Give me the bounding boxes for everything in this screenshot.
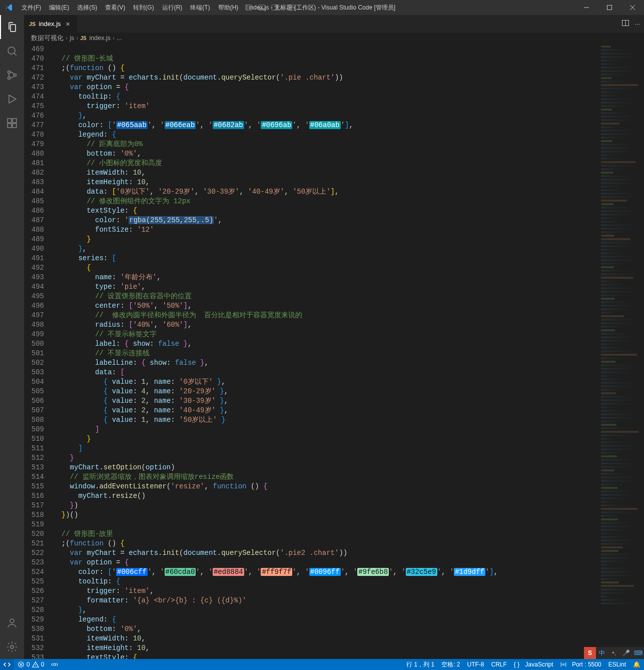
activity-search-icon[interactable] — [0, 39, 24, 63]
svg-rect-9 — [607, 6, 612, 10]
svg-point-11 — [8, 71, 11, 74]
svg-rect-6 — [289, 5, 292, 7]
menu-edit[interactable]: 编辑(E) — [45, 0, 73, 15]
activity-extensions-icon[interactable] — [0, 111, 24, 135]
editor-group: JS index.js × ··· 数据可视化 › js › JS index.… — [24, 15, 644, 659]
line-number-gutter: 469 470 471 472 473 474 475 476 477 478 … — [24, 44, 53, 659]
code-content[interactable]: // 饼形图-长城 ;(function () { var myChart = … — [53, 44, 598, 659]
ime-voice-icon[interactable]: 🎤 — [620, 647, 632, 659]
svg-point-10 — [8, 47, 15, 54]
status-line-col[interactable]: 行 1，列 1 — [403, 659, 438, 670]
title-bar: 文件(F) 编辑(E) 选择(S) 查看(V) 转到(G) 运行(R) 终端(T… — [0, 0, 644, 15]
chevron-right-icon: › — [113, 35, 115, 42]
toggle-panel-right-icon[interactable] — [268, 0, 281, 15]
ime-toolbar: S 中 •, 🎤 ⌨ — [584, 647, 644, 659]
svg-rect-14 — [8, 119, 12, 123]
customize-layout-icon[interactable] — [286, 0, 299, 15]
chevron-right-icon: › — [76, 35, 78, 42]
svg-rect-1 — [246, 5, 248, 11]
menu-help[interactable]: 帮助(H) — [214, 0, 243, 15]
status-problems[interactable]: 0 0 — [14, 659, 48, 670]
svg-rect-16 — [13, 124, 17, 128]
code-editor[interactable]: 469 470 471 472 473 474 475 476 477 478 … — [24, 44, 644, 659]
window-controls — [575, 0, 644, 15]
vscode-logo-icon — [0, 4, 18, 12]
breadcrumb-item[interactable]: js — [70, 35, 74, 42]
activity-account-icon[interactable] — [0, 611, 24, 635]
menu-bar: 文件(F) 编辑(E) 选择(S) 查看(V) 转到(G) 运行(R) 终端(T… — [18, 0, 242, 15]
menu-select[interactable]: 选择(S) — [73, 0, 101, 15]
svg-point-13 — [14, 74, 17, 77]
minimap[interactable] — [598, 44, 644, 659]
svg-point-22 — [54, 663, 56, 665]
layout-controls — [242, 0, 301, 15]
js-file-icon: JS — [29, 21, 36, 27]
ime-punctuation-icon[interactable]: •, — [608, 647, 620, 659]
menu-terminal[interactable]: 终端(T) — [186, 0, 214, 15]
tab-close-icon[interactable]: × — [64, 20, 72, 28]
svg-point-23 — [562, 664, 564, 665]
svg-rect-3 — [259, 8, 265, 10]
chevron-right-icon: › — [66, 35, 68, 42]
ime-logo-icon[interactable]: S — [584, 647, 596, 659]
status-port-forward-icon[interactable] — [48, 659, 62, 670]
more-actions-icon[interactable]: ··· — [634, 20, 640, 28]
split-editor-icon[interactable] — [621, 19, 629, 29]
svg-rect-15 — [8, 124, 12, 128]
close-button[interactable] — [621, 0, 644, 15]
editor-tabs: JS index.js × ··· — [24, 15, 644, 33]
tab-label: index.js — [39, 20, 61, 28]
status-encoding[interactable]: UTF-8 — [464, 659, 488, 670]
status-live-server[interactable]: Port : 5500 — [557, 659, 605, 670]
status-eol[interactable]: CRLF — [488, 659, 510, 670]
js-file-icon: JS — [80, 36, 86, 41]
breadcrumbs[interactable]: 数据可视化 › js › JS index.js › ... — [24, 33, 644, 44]
status-eslint[interactable]: ESLint — [605, 659, 629, 670]
status-indent[interactable]: 空格: 2 — [438, 659, 463, 670]
status-language[interactable]: { } JavaScript — [510, 659, 557, 670]
menu-run[interactable]: 运行(R) — [158, 0, 187, 15]
svg-rect-7 — [293, 5, 295, 7]
svg-point-12 — [8, 77, 11, 80]
breadcrumb-item[interactable]: ... — [117, 35, 122, 42]
toggle-panel-left-icon[interactable] — [242, 0, 255, 15]
ime-keyboard-icon[interactable]: ⌨ — [632, 647, 644, 659]
svg-rect-8 — [289, 8, 295, 10]
breadcrumb-item[interactable]: 数据可视化 — [31, 34, 64, 43]
activity-bar — [0, 15, 24, 659]
svg-rect-17 — [13, 119, 17, 123]
breadcrumb-item[interactable]: index.js — [90, 35, 111, 42]
maximize-button[interactable] — [598, 0, 621, 15]
tab-index-js[interactable]: JS index.js × — [24, 15, 78, 33]
svg-rect-5 — [276, 5, 278, 11]
activity-run-debug-icon[interactable] — [0, 87, 24, 111]
menu-view[interactable]: 查看(V) — [101, 0, 129, 15]
svg-point-19 — [11, 645, 14, 648]
svg-point-18 — [10, 619, 14, 623]
activity-explorer-icon[interactable] — [0, 15, 24, 39]
status-notifications-icon[interactable]: 🔔 — [629, 659, 644, 670]
menu-goto[interactable]: 转到(G) — [129, 0, 158, 15]
toggle-panel-bottom-icon[interactable] — [255, 0, 268, 15]
ime-language[interactable]: 中 — [596, 647, 608, 659]
minimize-button[interactable] — [575, 0, 598, 15]
activity-source-control-icon[interactable] — [0, 63, 24, 87]
activity-settings-icon[interactable] — [0, 635, 24, 659]
status-bar: 0 0 行 1，列 1 空格: 2 UTF-8 CRLF { } JavaScr… — [0, 659, 644, 670]
menu-file[interactable]: 文件(F) — [18, 0, 45, 15]
status-remote-icon[interactable] — [0, 659, 14, 670]
